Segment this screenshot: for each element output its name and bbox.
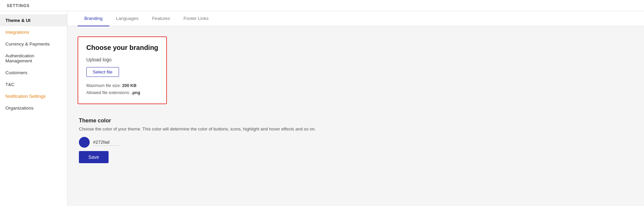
max-file-size-value: 200 KB (122, 83, 136, 88)
sidebar-item-authentication-management[interactable]: Authentication Management (0, 50, 67, 67)
sidebar-item-notification-settings[interactable]: Notification Settings (0, 90, 67, 102)
theme-color-description: Choose the color of your theme. This col… (79, 126, 633, 131)
color-picker-row: #272fad (79, 137, 633, 148)
allowed-extensions-label: Allowed file extensions: (86, 90, 130, 95)
settings-title: SETTINGS (7, 3, 30, 8)
allowed-extensions-value: .png (131, 90, 140, 95)
main-content: Choose your branding Upload logo Select … (67, 26, 644, 206)
sidebar-item-organizations[interactable]: Organizations (0, 102, 67, 114)
tab-branding[interactable]: Branding (78, 11, 109, 26)
color-circle[interactable] (79, 137, 90, 148)
color-hex-value[interactable]: #272fad (93, 139, 120, 146)
main-container: Theme & UI Integrations Currency & Payme… (0, 11, 644, 206)
tab-languages[interactable]: Languages (109, 11, 145, 26)
tab-nav: Branding Languages Features Footer Links (67, 11, 644, 26)
color-input-wrapper: #272fad (93, 139, 120, 146)
theme-color-title: Theme color (79, 118, 633, 124)
sidebar-item-currency-payments[interactable]: Currency & Payments (0, 38, 67, 50)
sidebar-item-tandc[interactable]: T&C (0, 79, 67, 90)
max-file-size-label: Maximum file size: (86, 83, 121, 88)
branding-box: Choose your branding Upload logo Select … (78, 36, 167, 104)
tab-footer-links[interactable]: Footer Links (177, 11, 215, 26)
save-button[interactable]: Save (79, 151, 109, 163)
theme-color-section: Theme color Choose the color of your the… (78, 118, 634, 163)
sidebar-item-customers[interactable]: Customers (0, 67, 67, 79)
select-file-btn-wrapper: Select file (86, 67, 119, 80)
tab-features[interactable]: Features (145, 11, 177, 26)
sidebar-item-integrations[interactable]: Integrations (0, 26, 67, 38)
sidebar: Theme & UI Integrations Currency & Payme… (0, 11, 67, 206)
file-info: Maximum file size: 200 KB Allowed file e… (86, 82, 158, 97)
top-header: SETTINGS (0, 0, 644, 11)
content-area: Branding Languages Features Footer Links… (67, 11, 644, 206)
sidebar-item-theme-ui[interactable]: Theme & UI (0, 14, 67, 26)
upload-logo-label: Upload logo (86, 57, 158, 62)
select-file-button[interactable]: Select file (86, 67, 119, 77)
branding-title: Choose your branding (86, 44, 158, 52)
